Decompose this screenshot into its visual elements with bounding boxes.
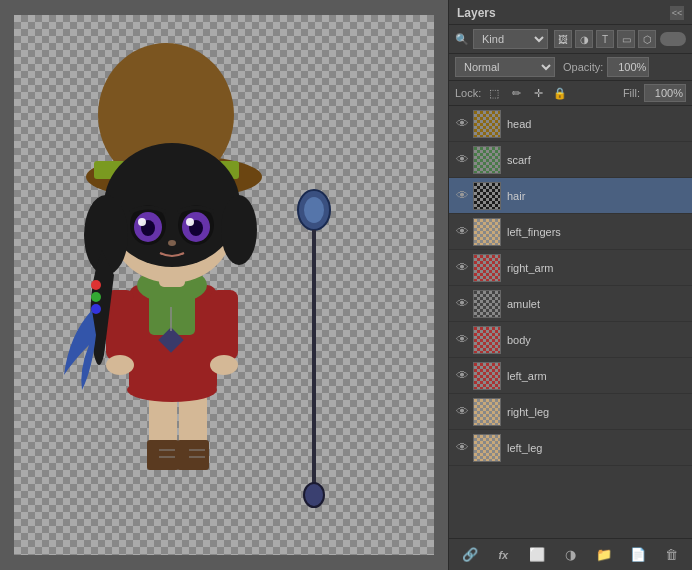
layer-item[interactable]: 👁body	[449, 322, 692, 358]
layer-item[interactable]: 👁scarf	[449, 142, 692, 178]
delete-layer-button[interactable]: 🗑	[660, 544, 682, 566]
new-layer-button[interactable]: 📄	[627, 544, 649, 566]
layer-name: left_fingers	[507, 226, 688, 238]
layer-item[interactable]: 👁head	[449, 106, 692, 142]
lock-transparent-icon[interactable]: ⬚	[485, 84, 503, 102]
lock-pixels-icon[interactable]: ✏	[507, 84, 525, 102]
layer-thumbnail	[473, 362, 501, 390]
layer-name: scarf	[507, 154, 688, 166]
svg-point-41	[168, 240, 176, 246]
layer-item[interactable]: 👁hair	[449, 178, 692, 214]
lock-label: Lock:	[455, 87, 481, 99]
layer-item[interactable]: 👁right_arm	[449, 250, 692, 286]
search-icon: 🔍	[455, 33, 469, 46]
layer-thumbnail	[473, 290, 501, 318]
blend-mode-row: Normal Opacity:	[449, 54, 692, 81]
canvas-checkerboard	[14, 15, 434, 555]
svg-point-32	[91, 304, 101, 314]
layer-item[interactable]: 👁amulet	[449, 286, 692, 322]
layer-visibility-toggle[interactable]: 👁	[453, 151, 471, 169]
add-adjustment-button[interactable]: ◑	[559, 544, 581, 566]
link-layers-button[interactable]: 🔗	[459, 544, 481, 566]
opacity-label: Opacity:	[563, 61, 603, 73]
svg-rect-7	[147, 440, 179, 470]
filter-toggle[interactable]	[660, 32, 686, 46]
layer-name: hair	[507, 190, 688, 202]
character-illustration	[14, 15, 434, 555]
fx-button[interactable]: fx	[492, 544, 514, 566]
layer-visibility-toggle[interactable]: 👁	[453, 223, 471, 241]
blend-mode-select[interactable]: Normal	[455, 57, 555, 77]
layer-visibility-toggle[interactable]: 👁	[453, 367, 471, 385]
svg-point-17	[210, 355, 238, 375]
svg-point-40	[186, 218, 194, 226]
layer-visibility-toggle[interactable]: 👁	[453, 187, 471, 205]
image-filter-icon[interactable]: 🖼	[554, 30, 572, 48]
opacity-input[interactable]	[607, 57, 649, 77]
layer-name: right_arm	[507, 262, 688, 274]
fill-input[interactable]	[644, 84, 686, 102]
layer-name: right_leg	[507, 406, 688, 418]
filter-icons: 🖼 ◑ T ▭ ⬡	[554, 30, 656, 48]
layer-thumbnail	[473, 326, 501, 354]
svg-point-39	[138, 218, 146, 226]
layers-list: 👁head👁scarf👁hair👁left_fingers👁right_arm👁…	[449, 106, 692, 538]
panel-collapse-button[interactable]: <<	[670, 6, 684, 20]
layer-name: left_leg	[507, 442, 688, 454]
svg-rect-15	[210, 290, 238, 360]
layer-thumbnail	[473, 182, 501, 210]
fill-label: Fill:	[623, 87, 640, 99]
lock-all-icon[interactable]: 🔒	[551, 84, 569, 102]
add-mask-button[interactable]: ⬜	[526, 544, 548, 566]
new-group-button[interactable]: 📁	[593, 544, 615, 566]
layer-thumbnail	[473, 254, 501, 282]
layer-visibility-toggle[interactable]: 👁	[453, 295, 471, 313]
canvas-area	[0, 0, 448, 570]
layer-visibility-toggle[interactable]: 👁	[453, 439, 471, 457]
lock-position-icon[interactable]: ✛	[529, 84, 547, 102]
layer-item[interactable]: 👁right_leg	[449, 394, 692, 430]
svg-rect-5	[177, 440, 209, 470]
panel-controls: <<	[670, 6, 684, 20]
layers-panel: Layers << 🔍 Kind 🖼 ◑ T ▭ ⬡ Normal Opacit…	[448, 0, 692, 570]
layer-name: amulet	[507, 298, 688, 310]
svg-point-3	[304, 483, 324, 507]
layer-visibility-toggle[interactable]: 👁	[453, 331, 471, 349]
panel-footer: 🔗 fx ⬜ ◑ 📁 📄 🗑	[449, 538, 692, 570]
type-filter-icon[interactable]: T	[596, 30, 614, 48]
layer-thumbnail	[473, 146, 501, 174]
adjust-filter-icon[interactable]: ◑	[575, 30, 593, 48]
layer-item[interactable]: 👁left_fingers	[449, 214, 692, 250]
svg-point-29	[221, 195, 257, 265]
layer-item[interactable]: 👁left_leg	[449, 430, 692, 466]
layer-thumbnail	[473, 218, 501, 246]
layer-name: head	[507, 118, 688, 130]
panel-header: Layers <<	[449, 0, 692, 25]
panel-title: Layers	[457, 6, 496, 20]
svg-point-31	[91, 292, 101, 302]
layer-thumbnail	[473, 110, 501, 138]
svg-point-16	[106, 355, 134, 375]
layer-thumbnail	[473, 398, 501, 426]
layer-thumbnail	[473, 434, 501, 462]
svg-point-30	[91, 280, 101, 290]
shape-filter-icon[interactable]: ▭	[617, 30, 635, 48]
layer-visibility-toggle[interactable]: 👁	[453, 403, 471, 421]
layer-name: left_arm	[507, 370, 688, 382]
svg-point-1	[304, 197, 324, 223]
smart-filter-icon[interactable]: ⬡	[638, 30, 656, 48]
layer-name: body	[507, 334, 688, 346]
layer-visibility-toggle[interactable]: 👁	[453, 259, 471, 277]
kind-filter-select[interactable]: Kind	[473, 29, 548, 49]
kind-filter-row: 🔍 Kind 🖼 ◑ T ▭ ⬡	[449, 25, 692, 54]
layer-visibility-toggle[interactable]: 👁	[453, 115, 471, 133]
lock-row: Lock: ⬚ ✏ ✛ 🔒 Fill:	[449, 81, 692, 106]
layer-item[interactable]: 👁left_arm	[449, 358, 692, 394]
